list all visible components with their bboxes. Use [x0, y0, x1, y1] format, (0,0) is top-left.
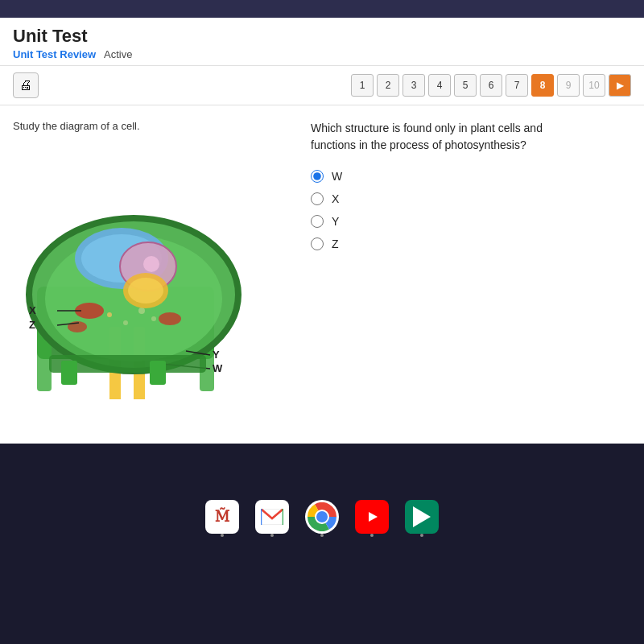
- svg-point-16: [138, 308, 145, 314]
- moodle-icon[interactable]: M̃: [205, 500, 239, 534]
- svg-rect-31: [61, 361, 77, 385]
- main-window: Unit Test Unit Test Review Active 🖨 1 2 …: [0, 18, 644, 444]
- page-btn-8[interactable]: 8: [531, 74, 554, 97]
- taskbar: M̃: [205, 500, 439, 534]
- option-x-label: X: [332, 192, 339, 205]
- svg-point-21: [128, 278, 163, 303]
- svg-text:Y: Y: [213, 349, 220, 361]
- right-panel: Which structure is found only in plant c…: [303, 120, 631, 429]
- page-title: Unit Test: [13, 26, 631, 47]
- header: Unit Test Unit Test Review Active: [0, 18, 644, 66]
- answer-options: W X Y Z: [311, 170, 631, 250]
- radio-x[interactable]: [311, 192, 324, 205]
- page-btn-10[interactable]: 10: [583, 74, 605, 97]
- svg-text:X: X: [29, 304, 36, 316]
- option-x[interactable]: X: [311, 192, 631, 205]
- svg-rect-32: [150, 361, 166, 385]
- content-area: Study the diagram of a cell.: [0, 105, 644, 444]
- youtube-svg: [360, 508, 384, 526]
- svg-marker-41: [413, 506, 431, 527]
- next-button[interactable]: ▶: [609, 74, 631, 97]
- cell-svg: X Z Y W: [13, 142, 254, 399]
- study-label: Study the diagram of a cell.: [13, 120, 287, 132]
- breadcrumb-link[interactable]: Unit Test Review: [13, 48, 96, 60]
- page-btn-3[interactable]: 3: [402, 74, 425, 97]
- status-badge: Active: [104, 48, 132, 60]
- toolbar-row: 🖨 1 2 3 4 5 6 7 8 9 10 ▶: [0, 66, 644, 105]
- page-btn-9[interactable]: 9: [557, 74, 580, 97]
- option-z-label: Z: [332, 237, 339, 250]
- gmail-icon[interactable]: [255, 500, 289, 534]
- gmail-svg: [261, 509, 283, 525]
- svg-text:W: W: [213, 362, 223, 374]
- radio-y[interactable]: [311, 215, 324, 228]
- page-btn-4[interactable]: 4: [428, 74, 451, 97]
- page-btn-2[interactable]: 2: [377, 74, 399, 97]
- chrome-icon[interactable]: [305, 500, 339, 534]
- question-text: Which structure is found only in plant c…: [311, 120, 584, 154]
- option-w-label: W: [332, 170, 342, 183]
- chrome-svg: [308, 502, 336, 531]
- page-btn-7[interactable]: 7: [506, 74, 528, 97]
- svg-text:Z: Z: [29, 319, 35, 331]
- svg-point-14: [159, 312, 181, 325]
- play-store-icon[interactable]: [405, 500, 439, 534]
- page-numbers: 1 2 3 4 5 6 7 8 9 10 ▶: [351, 74, 631, 97]
- radio-z[interactable]: [311, 237, 324, 250]
- svg-point-19: [107, 312, 112, 317]
- cell-diagram: X Z Y W: [13, 142, 254, 399]
- option-z[interactable]: Z: [311, 237, 631, 250]
- playstore-svg: [410, 505, 434, 529]
- top-bar: [0, 0, 644, 18]
- option-y-label: Y: [332, 215, 339, 228]
- svg-point-12: [143, 256, 159, 272]
- moodle-label: M̃: [215, 508, 229, 526]
- bottom-area: M̃: [0, 444, 644, 613]
- breadcrumb-row: Unit Test Review Active: [13, 48, 631, 60]
- page-btn-1[interactable]: 1: [351, 74, 374, 97]
- svg-point-17: [151, 316, 156, 321]
- radio-w[interactable]: [311, 170, 324, 183]
- left-panel: Study the diagram of a cell.: [13, 120, 287, 429]
- svg-point-38: [316, 511, 328, 522]
- option-y[interactable]: Y: [311, 215, 631, 228]
- youtube-icon[interactable]: [355, 500, 389, 534]
- page-btn-6[interactable]: 6: [480, 74, 502, 97]
- page-btn-5[interactable]: 5: [454, 74, 477, 97]
- print-icon: 🖨: [19, 78, 32, 93]
- print-button[interactable]: 🖨: [13, 72, 39, 98]
- option-w[interactable]: W: [311, 170, 631, 183]
- svg-point-18: [123, 320, 128, 325]
